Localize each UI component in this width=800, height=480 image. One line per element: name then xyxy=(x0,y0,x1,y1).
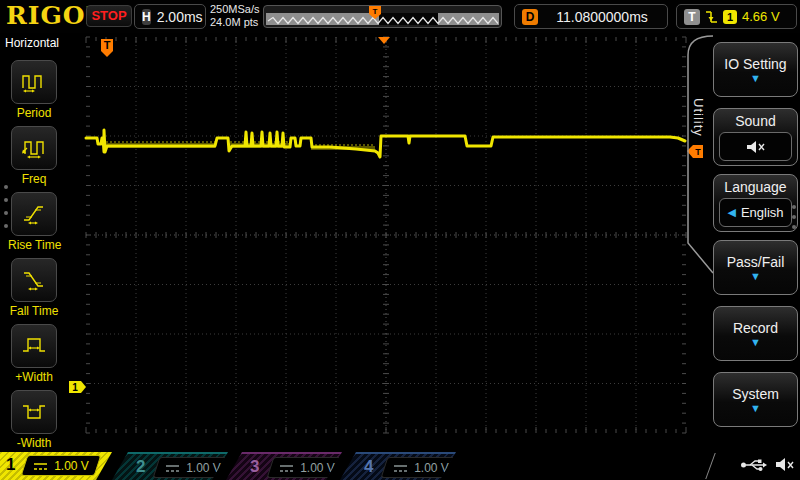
speaker-muted-icon xyxy=(746,139,766,155)
trigger-delay-box: D 11.0800000ms xyxy=(514,4,668,29)
utility-menu: IO Setting ▼ Sound Language ◀ English Pa… xyxy=(712,33,800,452)
menu-page-dots xyxy=(792,205,796,229)
delay-value: 11.0800000ms xyxy=(556,9,648,25)
trigger-level-value: 4.66 V xyxy=(742,9,780,24)
menu-item-pass-fail[interactable]: Pass/Fail ▼ xyxy=(713,240,798,295)
channel-2-scale: 1.00 V xyxy=(186,461,221,475)
waveform-preview-strip: T xyxy=(263,5,502,28)
trigger-source-badge: 1 xyxy=(723,10,737,24)
horizontal-timebase-box: H 2.00ms xyxy=(134,4,206,29)
speaker-muted-icon xyxy=(775,456,795,473)
h-badge: H xyxy=(142,9,151,25)
sample-rate: 250MSa/s xyxy=(210,3,260,16)
measure-item-freq[interactable]: Freq xyxy=(8,126,60,186)
measure-item-period[interactable]: Period xyxy=(8,60,60,120)
statusbar-divider xyxy=(705,453,726,479)
svg-text:T: T xyxy=(373,7,378,16)
chevron-down-icon: ▼ xyxy=(750,271,761,281)
channel-2-tab[interactable]: 2 1.00 V xyxy=(112,452,228,480)
menu-item-io-setting[interactable]: IO Setting ▼ xyxy=(713,42,798,97)
neg-width-icon xyxy=(21,399,47,425)
preview-waveform xyxy=(266,13,501,28)
trigger-position-icon[interactable] xyxy=(378,37,390,44)
preview-trigger-position-icon: T xyxy=(369,6,382,20)
measure-item-rise-time[interactable]: Rise Time xyxy=(8,192,60,252)
language-value-inset: ◀ English xyxy=(719,198,792,227)
measure-menu: Horizontal Period Freq xyxy=(0,33,64,452)
pos-width-icon xyxy=(21,333,47,359)
measure-item-pos-width[interactable]: +Width xyxy=(8,324,60,384)
trigger-badge: T xyxy=(684,9,700,25)
menu-item-record[interactable]: Record ▼ xyxy=(713,306,798,361)
channel-1-tab[interactable]: 1 1.00 V xyxy=(0,452,116,480)
chevron-left-icon: ◀ xyxy=(727,206,735,219)
trigger-time-marker-label: T xyxy=(104,39,111,51)
measure-menu-title: Horizontal xyxy=(0,36,64,50)
delay-badge: D xyxy=(522,9,538,25)
falling-edge-icon xyxy=(705,9,718,25)
channel-3-scale: 1.00 V xyxy=(300,461,335,475)
chevron-down-icon: ▼ xyxy=(750,73,761,83)
dc-coupling-icon xyxy=(33,461,48,471)
menu-item-system[interactable]: System ▼ xyxy=(713,372,798,427)
chevron-down-icon: ▼ xyxy=(750,403,761,413)
top-status-bar: RIGOL STOP H 2.00ms 250MSa/s 24.0M pts T… xyxy=(0,0,800,33)
period-icon xyxy=(21,69,47,95)
memory-depth: 24.0M pts xyxy=(210,16,260,29)
measure-item-neg-width[interactable]: -Width xyxy=(8,390,60,450)
tab-utility: Utility xyxy=(691,98,706,137)
fall-time-icon xyxy=(21,267,47,293)
run-state-indicator: STOP xyxy=(86,5,132,27)
channel-status-bar: 1 1.00 V 2 1.00 V 3 xyxy=(0,452,800,480)
chevron-down-icon: ▼ xyxy=(750,337,761,347)
channel1-ground-marker-label: 1 xyxy=(72,382,78,393)
menu-item-sound[interactable]: Sound xyxy=(713,108,798,166)
trigger-info-box: T 1 4.66 V xyxy=(676,4,797,29)
channel-3-tab[interactable]: 3 1.00 V xyxy=(226,452,342,480)
waveform-display: T T 1 xyxy=(60,33,710,452)
menu-item-language[interactable]: Language ◀ English xyxy=(713,174,798,232)
utility-tab-outline xyxy=(680,33,714,283)
freq-icon xyxy=(21,135,47,161)
rise-time-icon xyxy=(21,201,47,227)
usb-icon xyxy=(740,457,767,473)
acquisition-info: 250MSa/s 24.0M pts xyxy=(210,3,260,29)
timebase-value: 2.00ms xyxy=(157,9,203,25)
sound-state-inset xyxy=(719,132,792,161)
menu-scroll-dots xyxy=(4,185,8,228)
measure-item-fall-time[interactable]: Fall Time xyxy=(8,258,60,318)
oscilloscope-screen: RIGOL STOP H 2.00ms 250MSa/s 24.0M pts T… xyxy=(0,0,800,480)
dc-coupling-icon xyxy=(279,463,294,473)
channel-1-scale: 1.00 V xyxy=(54,459,89,473)
dc-coupling-icon xyxy=(165,463,180,473)
channel-4-tab[interactable]: 4 1.00 V xyxy=(340,452,456,480)
channel-4-scale: 1.00 V xyxy=(414,461,449,475)
dc-coupling-icon xyxy=(393,463,408,473)
